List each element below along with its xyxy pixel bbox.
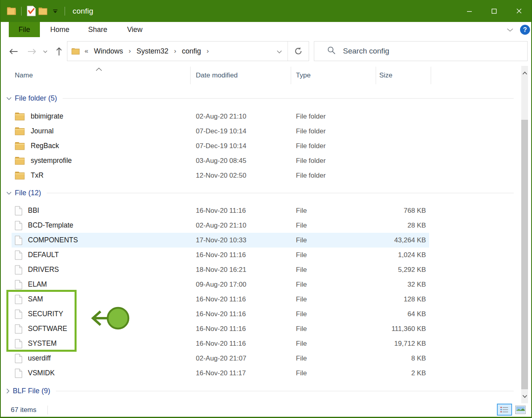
qat-customize-dropdown[interactable] (49, 5, 61, 17)
item-name[interactable]: DRIVERS (12, 265, 191, 275)
item-name[interactable]: BBI (12, 206, 191, 216)
item-size: 64 KB (376, 310, 426, 318)
tab-file[interactable]: File (9, 22, 40, 37)
search-icon (327, 46, 336, 56)
scroll-up-button[interactable] (521, 66, 528, 80)
file-row[interactable]: BBI16-Nov-20 11:16File768 KB (2, 203, 520, 218)
help-button[interactable]: ? (520, 25, 530, 35)
item-name[interactable]: RegBack (12, 142, 191, 150)
recent-locations-chevron-icon[interactable] (41, 37, 49, 66)
folder-row[interactable]: Journal07-Dec-19 10:14File folder (2, 124, 520, 139)
file-row[interactable]: BCD-Template02-Aug-20 21:10File28 KB (2, 218, 520, 233)
sort-ascending-icon (96, 65, 102, 73)
vertical-scrollbar[interactable] (521, 66, 528, 403)
folder-icon (15, 112, 25, 121)
file-row[interactable]: DEFAULT16-Nov-20 11:16File1,024 KB (2, 248, 520, 262)
item-date-modified: 02-Aug-20 21:10 (191, 113, 292, 121)
properties-button[interactable] (25, 5, 37, 17)
forward-button[interactable] (26, 37, 38, 66)
refresh-button[interactable] (288, 42, 309, 61)
item-name[interactable]: ELAM (12, 280, 191, 289)
address-bar[interactable]: « Windows › System32 › config › (67, 41, 309, 61)
tab-home[interactable]: Home (44, 22, 76, 37)
column-header-name[interactable]: Name (15, 66, 33, 85)
file-row[interactable]: userdiff02-Aug-20 21:07File8 KB (2, 351, 520, 366)
folder-row[interactable]: RegBack07-Dec-19 10:14File folder (2, 139, 520, 153)
search-input[interactable]: Search config (343, 47, 389, 55)
item-type: File folder (292, 127, 376, 135)
column-header-row: Name Date modified Type Size (2, 66, 520, 85)
item-name[interactable]: TxR (12, 171, 191, 180)
group-header[interactable]: BLF File (9) (2, 384, 520, 398)
item-date-modified: 17-Nov-20 10:33 (191, 236, 292, 244)
search-box[interactable]: Search config (314, 41, 528, 61)
item-date-modified: 18-Nov-20 16:21 (191, 266, 292, 274)
group-header[interactable]: File (12) (2, 186, 520, 200)
folder-icon (15, 157, 25, 165)
item-name[interactable]: BCD-Template (12, 221, 191, 230)
file-row[interactable]: SYSTEM16-Nov-20 11:16File19,712 KB (2, 336, 520, 351)
expand-ribbon-chevron-icon[interactable] (504, 27, 516, 33)
column-resize-handle[interactable] (291, 67, 291, 84)
item-size: 768 KB (376, 207, 426, 215)
folder-row[interactable]: systemprofile03-Aug-20 08:45File folder (2, 153, 520, 168)
group-label: File folder (5) (15, 94, 57, 103)
breadcrumb-separator-icon[interactable]: › (129, 47, 131, 55)
address-dropdown-chevron-icon[interactable] (271, 47, 288, 55)
breadcrumb-overflow[interactable]: « (85, 47, 88, 55)
item-name[interactable]: DEFAULT (12, 250, 191, 260)
item-name[interactable]: userdiff (12, 354, 191, 363)
item-date-modified: 16-Nov-20 11:16 (191, 251, 292, 259)
item-name[interactable]: bbimigrate (12, 112, 191, 121)
column-resize-handle[interactable] (190, 67, 191, 84)
breadcrumb-separator-icon[interactable]: › (174, 47, 176, 55)
breadcrumb-item-system32[interactable]: System32 (136, 47, 168, 55)
item-name[interactable]: VSMIDK (12, 368, 191, 378)
group-rule (56, 391, 514, 391)
file-row[interactable]: SECURITY16-Nov-20 11:16File64 KB (2, 307, 520, 321)
file-row[interactable]: SAM16-Nov-20 11:16File128 KB (2, 292, 520, 307)
item-name[interactable]: COMPONENTS (12, 236, 191, 245)
close-button[interactable] (506, 0, 531, 22)
item-size: 1,024 KB (376, 251, 426, 259)
file-row[interactable]: ELAM09-Aug-20 17:00File32 KB (2, 277, 520, 292)
group-header[interactable]: File folder (5) (2, 91, 520, 106)
up-button[interactable] (53, 37, 65, 66)
item-size: 111,360 KB (376, 325, 426, 333)
annotation-highlight-box (6, 290, 77, 352)
scrollbar-thumb[interactable] (521, 120, 528, 389)
group-label: BLF File (9) (13, 387, 50, 395)
breadcrumb-separator-icon[interactable]: › (207, 47, 209, 55)
tab-view[interactable]: View (120, 22, 149, 37)
thumbnails-view-button[interactable] (514, 404, 527, 415)
item-name[interactable]: Journal (12, 127, 191, 135)
column-header-type[interactable]: Type (296, 66, 311, 85)
breadcrumb-item-windows[interactable]: Windows (94, 47, 123, 55)
details-view-button[interactable] (497, 404, 512, 416)
folder-row[interactable]: bbimigrate02-Aug-20 21:10File folder (2, 109, 520, 124)
column-header-size[interactable]: Size (379, 66, 392, 85)
column-header-date[interactable]: Date modified (196, 66, 238, 85)
file-row[interactable]: SOFTWARE16-Nov-20 11:16File111,360 KB (2, 321, 520, 336)
folder-icon (15, 171, 25, 180)
item-type: File (292, 266, 376, 274)
folder-row[interactable]: TxR12-Nov-20 02:50File folder (2, 168, 520, 183)
annotation-arrow (89, 303, 131, 335)
back-button[interactable] (7, 37, 20, 66)
address-folder-icon (67, 48, 80, 55)
tab-share[interactable]: Share (82, 22, 114, 37)
scroll-down-button[interactable] (521, 389, 528, 403)
column-resize-handle[interactable] (431, 67, 431, 84)
minimize-button[interactable] (457, 0, 482, 22)
item-type: File (292, 207, 376, 215)
file-icon (15, 206, 22, 216)
new-folder-button[interactable] (37, 5, 49, 17)
file-row[interactable]: DRIVERS18-Nov-20 16:21File5,292 KB (2, 262, 520, 277)
file-row[interactable]: VSMIDK16-Nov-20 11:17File2 KB (2, 366, 520, 380)
maximize-button[interactable] (482, 0, 506, 22)
column-resize-handle[interactable] (376, 67, 376, 84)
file-row[interactable]: COMPONENTS17-Nov-20 10:33File43,264 KB (2, 233, 520, 248)
item-name[interactable]: systemprofile (12, 157, 191, 165)
breadcrumb-item-config[interactable]: config (182, 47, 201, 55)
item-size: 5,292 KB (376, 266, 426, 274)
